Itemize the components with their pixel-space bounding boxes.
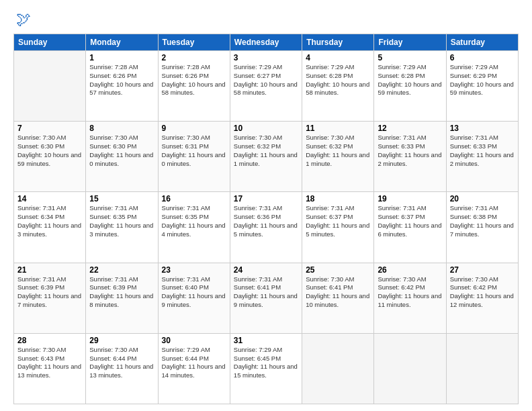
calendar-cell: 13 Sunrise: 7:31 AMSunset: 6:33 PMDaylig…	[446, 122, 518, 192]
page: 🕊 SundayMondayTuesdayWednesdayThursdayFr…	[0, 0, 532, 411]
day-number: 24	[234, 265, 298, 275]
col-header-wednesday: Wednesday	[230, 34, 302, 51]
day-info: Sunrise: 7:28 AMSunset: 6:26 PMDaylight:…	[162, 63, 226, 97]
day-info: Sunrise: 7:28 AMSunset: 6:26 PMDaylight:…	[89, 63, 154, 97]
day-info: Sunrise: 7:29 AMSunset: 6:28 PMDaylight:…	[378, 63, 442, 97]
week-row-1: 1 Sunrise: 7:28 AMSunset: 6:26 PMDayligh…	[14, 51, 519, 122]
calendar-cell	[14, 51, 86, 122]
day-number: 31	[234, 336, 298, 345]
day-info: Sunrise: 7:29 AMSunset: 6:28 PMDaylight:…	[306, 63, 370, 97]
calendar-cell: 31 Sunrise: 7:29 AMSunset: 6:45 PMDaylig…	[230, 333, 302, 404]
day-info: Sunrise: 7:29 AMSunset: 6:27 PMDaylight:…	[234, 63, 298, 97]
day-number: 14	[17, 194, 82, 203]
col-header-friday: Friday	[374, 34, 446, 51]
day-info: Sunrise: 7:30 AMSunset: 6:32 PMDaylight:…	[306, 134, 370, 168]
calendar-cell: 14 Sunrise: 7:31 AMSunset: 6:34 PMDaylig…	[14, 192, 86, 263]
calendar-cell: 26 Sunrise: 7:30 AMSunset: 6:42 PMDaylig…	[374, 263, 446, 333]
calendar-cell: 7 Sunrise: 7:30 AMSunset: 6:30 PMDayligh…	[14, 122, 86, 192]
day-number: 28	[17, 336, 82, 345]
calendar-cell: 28 Sunrise: 7:30 AMSunset: 6:43 PMDaylig…	[14, 333, 86, 404]
day-number: 29	[89, 336, 154, 345]
day-number: 6	[450, 53, 515, 62]
day-info: Sunrise: 7:30 AMSunset: 6:44 PMDaylight:…	[89, 346, 154, 380]
calendar-cell: 25 Sunrise: 7:30 AMSunset: 6:41 PMDaylig…	[302, 263, 374, 333]
day-number: 19	[378, 194, 442, 203]
calendar-cell: 6 Sunrise: 7:29 AMSunset: 6:29 PMDayligh…	[446, 51, 518, 122]
day-number: 1	[89, 53, 154, 62]
day-info: Sunrise: 7:31 AMSunset: 6:35 PMDaylight:…	[162, 204, 226, 238]
day-info: Sunrise: 7:30 AMSunset: 6:42 PMDaylight:…	[450, 275, 515, 310]
day-number: 3	[234, 53, 298, 62]
day-info: Sunrise: 7:31 AMSunset: 6:39 PMDaylight:…	[89, 275, 154, 310]
day-info: Sunrise: 7:30 AMSunset: 6:30 PMDaylight:…	[89, 134, 154, 168]
calendar-cell: 29 Sunrise: 7:30 AMSunset: 6:44 PMDaylig…	[86, 333, 158, 404]
day-info: Sunrise: 7:30 AMSunset: 6:41 PMDaylight:…	[306, 275, 370, 310]
calendar-cell: 15 Sunrise: 7:31 AMSunset: 6:35 PMDaylig…	[86, 192, 158, 263]
calendar-cell: 24 Sunrise: 7:31 AMSunset: 6:41 PMDaylig…	[230, 263, 302, 333]
day-info: Sunrise: 7:30 AMSunset: 6:43 PMDaylight:…	[17, 346, 82, 380]
col-header-thursday: Thursday	[302, 34, 374, 51]
calendar-cell: 19 Sunrise: 7:31 AMSunset: 6:37 PMDaylig…	[374, 192, 446, 263]
day-info: Sunrise: 7:29 AMSunset: 6:45 PMDaylight:…	[234, 346, 298, 380]
day-number: 17	[234, 194, 298, 203]
calendar-cell: 23 Sunrise: 7:31 AMSunset: 6:40 PMDaylig…	[158, 263, 230, 333]
calendar-cell: 16 Sunrise: 7:31 AMSunset: 6:35 PMDaylig…	[158, 192, 230, 263]
calendar-cell: 1 Sunrise: 7:28 AMSunset: 6:26 PMDayligh…	[86, 51, 158, 122]
day-info: Sunrise: 7:30 AMSunset: 6:31 PMDaylight:…	[162, 134, 226, 168]
calendar-cell	[446, 333, 518, 404]
calendar-cell: 27 Sunrise: 7:30 AMSunset: 6:42 PMDaylig…	[446, 263, 518, 333]
day-number: 22	[89, 265, 154, 275]
day-number: 13	[450, 124, 515, 133]
week-row-5: 28 Sunrise: 7:30 AMSunset: 6:43 PMDaylig…	[14, 333, 519, 404]
calendar-cell: 17 Sunrise: 7:31 AMSunset: 6:36 PMDaylig…	[230, 192, 302, 263]
day-number: 23	[162, 265, 226, 275]
calendar-cell: 22 Sunrise: 7:31 AMSunset: 6:39 PMDaylig…	[86, 263, 158, 333]
week-row-3: 14 Sunrise: 7:31 AMSunset: 6:34 PMDaylig…	[14, 192, 519, 263]
day-number: 2	[162, 53, 226, 62]
calendar-cell: 10 Sunrise: 7:30 AMSunset: 6:32 PMDaylig…	[230, 122, 302, 192]
day-info: Sunrise: 7:31 AMSunset: 6:37 PMDaylight:…	[378, 204, 442, 238]
day-number: 15	[89, 194, 154, 203]
calendar-cell: 3 Sunrise: 7:29 AMSunset: 6:27 PMDayligh…	[230, 51, 302, 122]
calendar-cell: 9 Sunrise: 7:30 AMSunset: 6:31 PMDayligh…	[158, 122, 230, 192]
col-header-sunday: Sunday	[14, 34, 86, 51]
day-info: Sunrise: 7:31 AMSunset: 6:34 PMDaylight:…	[17, 204, 82, 238]
day-info: Sunrise: 7:31 AMSunset: 6:41 PMDaylight:…	[234, 275, 298, 310]
week-row-2: 7 Sunrise: 7:30 AMSunset: 6:30 PMDayligh…	[14, 122, 519, 192]
calendar-cell: 2 Sunrise: 7:28 AMSunset: 6:26 PMDayligh…	[158, 51, 230, 122]
calendar-cell: 20 Sunrise: 7:31 AMSunset: 6:38 PMDaylig…	[446, 192, 518, 263]
day-number: 8	[89, 124, 154, 133]
day-info: Sunrise: 7:31 AMSunset: 6:35 PMDaylight:…	[89, 204, 154, 238]
day-number: 4	[306, 53, 370, 62]
calendar-table: SundayMondayTuesdayWednesdayThursdayFrid…	[13, 34, 519, 404]
calendar-cell: 21 Sunrise: 7:31 AMSunset: 6:39 PMDaylig…	[14, 263, 86, 333]
calendar-cell: 8 Sunrise: 7:30 AMSunset: 6:30 PMDayligh…	[86, 122, 158, 192]
col-header-saturday: Saturday	[446, 34, 518, 51]
day-info: Sunrise: 7:30 AMSunset: 6:30 PMDaylight:…	[17, 134, 82, 168]
col-header-monday: Monday	[86, 34, 158, 51]
day-info: Sunrise: 7:29 AMSunset: 6:44 PMDaylight:…	[162, 346, 226, 380]
day-number: 26	[378, 265, 442, 275]
day-number: 25	[306, 265, 370, 275]
day-info: Sunrise: 7:31 AMSunset: 6:33 PMDaylight:…	[378, 134, 442, 168]
day-info: Sunrise: 7:30 AMSunset: 6:42 PMDaylight:…	[378, 275, 442, 310]
day-info: Sunrise: 7:31 AMSunset: 6:39 PMDaylight:…	[17, 275, 82, 310]
col-header-tuesday: Tuesday	[158, 34, 230, 51]
week-row-4: 21 Sunrise: 7:31 AMSunset: 6:39 PMDaylig…	[14, 263, 519, 333]
day-number: 16	[162, 194, 226, 203]
calendar-cell	[302, 333, 374, 404]
day-info: Sunrise: 7:31 AMSunset: 6:38 PMDaylight:…	[450, 204, 515, 238]
header: 🕊	[13, 11, 519, 28]
calendar-cell	[374, 333, 446, 404]
logo-bird-icon: 🕊	[16, 11, 31, 28]
day-info: Sunrise: 7:31 AMSunset: 6:33 PMDaylight:…	[450, 134, 515, 168]
day-number: 27	[450, 265, 515, 275]
day-number: 18	[306, 194, 370, 203]
day-number: 5	[378, 53, 442, 62]
calendar-cell: 11 Sunrise: 7:30 AMSunset: 6:32 PMDaylig…	[302, 122, 374, 192]
day-info: Sunrise: 7:30 AMSunset: 6:32 PMDaylight:…	[234, 134, 298, 168]
calendar-cell: 12 Sunrise: 7:31 AMSunset: 6:33 PMDaylig…	[374, 122, 446, 192]
day-number: 11	[306, 124, 370, 133]
day-info: Sunrise: 7:31 AMSunset: 6:40 PMDaylight:…	[162, 275, 226, 310]
calendar-header-row: SundayMondayTuesdayWednesdayThursdayFrid…	[14, 34, 519, 51]
